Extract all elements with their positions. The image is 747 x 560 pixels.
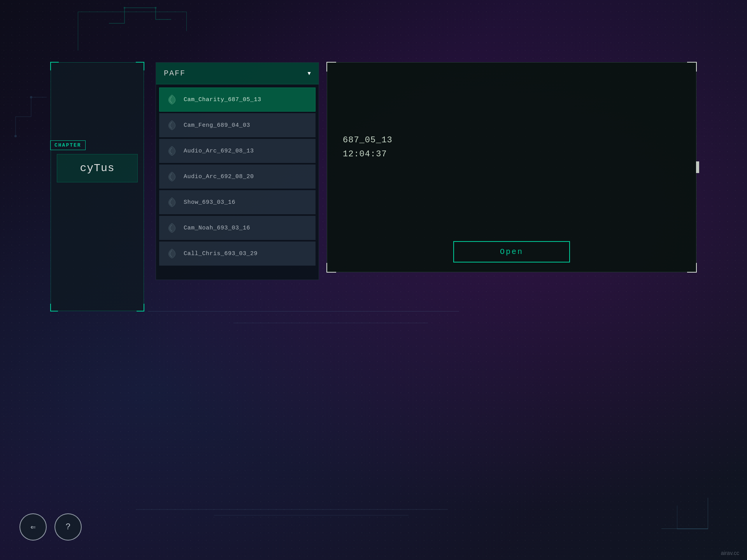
help-icon: ?: [65, 522, 70, 532]
file-name: Audio_Arc_692_08_20: [184, 173, 254, 180]
list-item[interactable]: Show_693_03_16: [159, 190, 316, 214]
file-name: Cam_Noah_693_03_16: [184, 225, 250, 231]
back-button[interactable]: ⇐: [19, 513, 47, 541]
list-item[interactable]: Call_Chris_693_03_29: [159, 242, 316, 266]
open-button[interactable]: Open: [453, 241, 570, 262]
file-icon: [166, 196, 178, 208]
list-item[interactable]: Cam_Charity_687_05_13: [159, 88, 316, 112]
file-name: Call_Chris_693_03_29: [184, 250, 258, 257]
chapter-name-box: cyTus: [57, 154, 138, 182]
main-container: CHAPTER cyTus PAFF ▼ Cam_Charity_687_05_…: [51, 62, 696, 509]
open-button-area: Open: [327, 232, 696, 272]
bottom-nav: ⇐ ?: [19, 513, 82, 541]
corner-bl: [50, 304, 58, 312]
back-icon: ⇐: [30, 522, 35, 532]
list-item[interactable]: Audio_Arc_692_08_20: [159, 164, 316, 189]
chapter-name: cyTus: [80, 162, 114, 174]
preview-content: 687_05_13 12:04:37: [327, 63, 696, 232]
dropdown-arrow-icon: ▼: [308, 70, 311, 77]
timestamp-line2: 12:04:37: [343, 147, 680, 161]
panel-tab: [696, 161, 699, 173]
watermark: airav.cc: [721, 550, 739, 556]
list-item[interactable]: Cam_Feng_689_04_03: [159, 113, 316, 137]
file-icon: [166, 119, 178, 131]
file-icon: [166, 170, 178, 183]
corner-br: [687, 263, 697, 273]
list-item[interactable]: Audio_Arc_692_08_13: [159, 139, 316, 163]
file-name: Audio_Arc_692_08_13: [184, 148, 254, 154]
chapter-label: CHAPTER: [50, 140, 86, 150]
corner-bl: [326, 263, 336, 273]
timestamp-line1: 687_05_13: [343, 133, 680, 147]
file-name: Cam_Charity_687_05_13: [184, 96, 261, 103]
help-button[interactable]: ?: [54, 513, 82, 541]
character-dropdown[interactable]: PAFF ▼: [156, 63, 319, 84]
corner-br: [137, 304, 144, 312]
preview-timestamp: 687_05_13 12:04:37: [343, 133, 680, 161]
file-name: Show_693_03_16: [184, 199, 235, 206]
file-icon: [166, 93, 178, 106]
left-panel: CHAPTER cyTus: [51, 62, 144, 311]
file-list: Cam_Charity_687_05_13 Cam_Feng_689_04_03: [156, 84, 319, 280]
file-list-panel: PAFF ▼ Cam_Charity_687_05_13: [156, 62, 319, 280]
file-icon: [166, 247, 178, 260]
list-item[interactable]: Cam_Noah_693_03_16: [159, 216, 316, 240]
corner-tl: [326, 62, 336, 72]
file-icon: [166, 145, 178, 157]
preview-panel: 687_05_13 12:04:37 Open: [327, 62, 696, 272]
corner-tr: [687, 62, 697, 72]
file-name: Cam_Feng_689_04_03: [184, 122, 250, 129]
dropdown-label: PAFF: [164, 69, 186, 78]
file-icon: [166, 222, 178, 234]
